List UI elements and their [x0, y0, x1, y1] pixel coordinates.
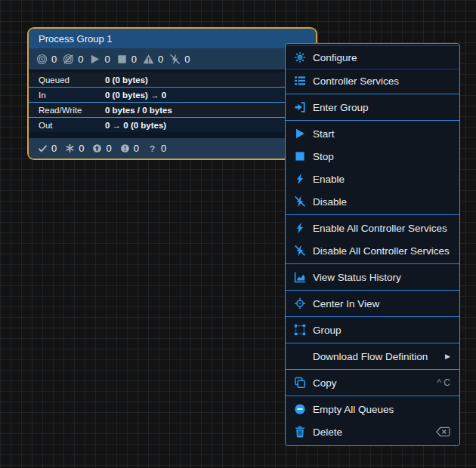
- copy-icon: [294, 377, 306, 389]
- menu-item-disable[interactable]: Disable: [286, 190, 459, 213]
- menu-item-enable[interactable]: Enable: [286, 168, 459, 190]
- version-count: 0: [161, 143, 166, 154]
- minus-circle-icon: [294, 403, 306, 415]
- arrow-up-circle-icon: [92, 143, 102, 153]
- menu-item-view-status-history[interactable]: View Status History: [286, 266, 459, 288]
- menu-divider: [286, 343, 459, 343]
- status-warning-triangle: 0: [143, 54, 163, 65]
- asterisk-icon: [65, 143, 75, 153]
- crosshairs-icon: [294, 297, 306, 309]
- process-group-header[interactable]: Process Group 1: [29, 29, 316, 48]
- menu-item-label: Group: [313, 325, 450, 336]
- menu-item-group[interactable]: Group: [286, 319, 459, 341]
- menu-item-start[interactable]: Start: [286, 122, 459, 145]
- menu-item-label: Disable: [313, 196, 450, 208]
- menu-item-label: View Status History: [313, 272, 450, 283]
- check-icon: [38, 143, 48, 153]
- version-asterisk: 0: [65, 143, 84, 154]
- status-bullseye: 0: [36, 54, 57, 65]
- menu-item-disable-all-controller-services[interactable]: Disable All Controller Services: [286, 239, 459, 262]
- bolt-slash-icon: [169, 54, 181, 65]
- status-count: 0: [184, 54, 190, 65]
- menu-item-label: Disable All Controller Services: [313, 245, 450, 257]
- bolt-slash-icon: [294, 196, 306, 208]
- menu-item-label: Enable All Controller Services: [313, 223, 450, 234]
- menu-item-stop[interactable]: Stop: [286, 145, 459, 168]
- bullseye-icon: [36, 54, 48, 65]
- menu-item-controller-services[interactable]: Controller Services: [286, 69, 459, 92]
- version-arrow-up-circle: 0: [92, 143, 111, 154]
- status-count: 0: [78, 54, 83, 65]
- menu-item-center-in-view[interactable]: Center In View: [286, 292, 459, 315]
- version-count: 0: [106, 143, 111, 154]
- bolt-slash-icon: [294, 245, 306, 257]
- status-count: 0: [158, 54, 163, 65]
- menu-shortcut: [436, 426, 450, 437]
- status-bullseye-slash: 0: [63, 54, 83, 65]
- stat-value: 0 → 0 (0 bytes): [105, 121, 166, 130]
- menu-item-label: Start: [313, 128, 450, 140]
- stat-value: 0 (0 bytes) → 0: [105, 91, 166, 100]
- trash-icon: [294, 426, 306, 438]
- menu-divider: [286, 316, 459, 317]
- menu-item-copy[interactable]: Copy ^ C: [286, 371, 459, 394]
- backspace-icon: [436, 426, 450, 437]
- process-group-stats-table: Queued 0 (0 bytes) In 0 (0 bytes) → 0 Re…: [29, 72, 316, 132]
- enter-group-icon: [294, 101, 306, 113]
- bolt-icon: [294, 173, 306, 185]
- status-count: 0: [131, 54, 137, 65]
- version-question: 0: [147, 143, 166, 154]
- menu-divider: [286, 120, 459, 121]
- status-count: 0: [104, 54, 110, 65]
- menu-divider: [286, 396, 459, 396]
- menu-divider: [286, 369, 459, 370]
- menu-item-delete[interactable]: Delete: [286, 420, 459, 443]
- gear-icon: [294, 51, 306, 63]
- menu-item-label: Controller Services: [313, 75, 450, 87]
- list-icon: [294, 75, 306, 87]
- object-group-icon: [294, 324, 306, 336]
- stat-value: 0 (0 bytes): [105, 75, 148, 85]
- menu-item-label: Copy: [313, 377, 430, 389]
- menu-item-label: Configure: [313, 52, 450, 63]
- menu-item-label: Stop: [313, 151, 450, 162]
- menu-item-download-flow-definition[interactable]: Download Flow Definition ▶: [286, 345, 459, 368]
- context-menu: Configure Controller Services Enter Grou…: [285, 43, 460, 446]
- stat-label: Out: [29, 121, 105, 130]
- process-group-status-bar: 000000: [29, 48, 316, 69]
- menu-item-label: Center In View: [313, 298, 450, 309]
- flow-canvas[interactable]: Process Group 1 000000 Queued 0 (0 bytes…: [0, 0, 476, 468]
- version-exclamation-circle: 0: [120, 143, 139, 154]
- menu-item-label: Enter Group: [313, 102, 450, 113]
- version-count: 0: [134, 143, 139, 154]
- menu-divider: [286, 290, 459, 291]
- stat-label: Read/Write: [29, 106, 105, 115]
- bolt-icon: [294, 222, 306, 234]
- submenu-caret-icon: ▶: [445, 353, 450, 360]
- version-check: 0: [38, 143, 57, 154]
- question-icon: [147, 143, 157, 153]
- status-count: 0: [51, 54, 57, 65]
- menu-item-enable-all-controller-services[interactable]: Enable All Controller Services: [286, 217, 459, 239]
- version-count: 0: [51, 143, 57, 154]
- menu-divider: [286, 94, 459, 94]
- menu-item-configure[interactable]: Configure: [286, 45, 459, 69]
- process-group-title: Process Group 1: [39, 33, 113, 45]
- play-icon: [294, 128, 306, 140]
- process-group[interactable]: Process Group 1 000000 Queued 0 (0 bytes…: [27, 27, 317, 160]
- stat-value: 0 bytes / 0 bytes: [105, 106, 172, 115]
- menu-item-label: Enable: [313, 174, 450, 185]
- status-play: 0: [89, 54, 110, 65]
- stat-label: In: [29, 91, 105, 100]
- warning-triangle-icon: [143, 54, 154, 65]
- stat-row-read-write: Read/Write 0 bytes / 0 bytes: [29, 102, 316, 117]
- menu-item-empty-all-queues[interactable]: Empty All Queues: [286, 398, 459, 420]
- menu-item-enter-group[interactable]: Enter Group: [286, 96, 459, 119]
- chart-area-icon: [294, 271, 306, 283]
- stop-icon: [294, 150, 306, 162]
- menu-item-label: Empty All Queues: [313, 404, 450, 415]
- stat-row-queued: Queued 0 (0 bytes): [29, 72, 316, 87]
- stat-row-in: In 0 (0 bytes) → 0: [29, 87, 316, 102]
- menu-shortcut: ^ C: [437, 377, 450, 388]
- status-bolt-slash: 0: [169, 54, 190, 65]
